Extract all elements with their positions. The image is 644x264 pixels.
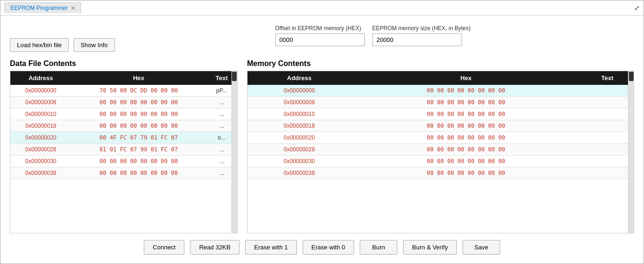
data-file-tbody: 0x00000000 70 50 00 0C DD 00 00 00 pP...… (10, 85, 237, 179)
erase-with-0-button[interactable]: Erase with 0 (303, 240, 355, 255)
address-cell: 0x00000018 (248, 120, 351, 132)
address-cell: 0x00000008 (10, 97, 71, 108)
hex-cell: 00 00 00 00 00 00 00 00 (351, 144, 581, 156)
data-file-col-hex: Hex (71, 71, 206, 85)
burn-and-verify-button[interactable]: Burn & Verify (403, 240, 457, 255)
text-cell (581, 167, 634, 179)
connect-button[interactable]: Connect (144, 240, 184, 255)
data-file-header-row: Address Hex Text (10, 71, 237, 85)
burn-button[interactable]: Burn (360, 240, 397, 255)
hex-cell: 70 50 00 0C DD 00 00 00 (71, 85, 206, 97)
text-cell (581, 156, 634, 167)
table-row[interactable]: 0x00000000 00 00 00 00 00 00 00 00 (248, 85, 634, 97)
text-cell (581, 108, 634, 120)
hex-cell: 00 00 00 00 00 00 00 00 (71, 167, 206, 179)
save-button[interactable]: Save (462, 240, 500, 255)
address-cell: 0x00000038 (10, 167, 71, 179)
offset-field-group: Offset in EEPROM memory (HEX) (275, 25, 365, 46)
memory-title: Memory Contents (247, 59, 634, 68)
memsize-label: EEPROM memory size (HEX, in Bytes) (372, 25, 471, 32)
memory-col-address: Address (248, 71, 351, 85)
hex-cell: 81 01 FC 07 99 01 FC 07 (71, 144, 206, 156)
memory-header-row: Address Hex Text (248, 71, 634, 85)
data-file-table: Address Hex Text 0x00000000 70 50 00 0C … (10, 71, 237, 179)
hex-cell: 00 00 00 00 00 00 00 00 (71, 120, 206, 132)
address-cell: 0x00000020 (248, 132, 351, 144)
load-button[interactable]: Load hex/bin file (10, 38, 69, 52)
app-tab[interactable]: EEPROM Programmer ✕ (4, 2, 81, 13)
text-cell (581, 97, 634, 108)
tab-close-icon[interactable]: ✕ (71, 5, 75, 11)
hex-cell: 00 00 00 00 00 00 00 00 (351, 108, 581, 120)
memory-table: Address Hex Text 0x00000000 00 00 00 00 … (248, 71, 634, 179)
text-cell (581, 132, 634, 144)
hex-cell: 00 00 00 00 00 00 00 00 (71, 108, 206, 120)
table-row[interactable]: 0x00000018 00 00 00 00 00 00 00 00 ... (10, 120, 237, 132)
hex-cell: 00 00 00 00 00 00 00 00 (351, 97, 581, 108)
table-row[interactable]: 0x00000020 00 00 00 00 00 00 00 00 (248, 132, 634, 144)
app-window: EEPROM Programmer ✕ ⤢ Load hex/bin file … (0, 0, 644, 264)
table-row[interactable]: 0x00000010 00 00 00 00 00 00 00 00 (248, 108, 634, 120)
table-row[interactable]: 0x00000030 00 00 00 00 00 00 00 00 ... (10, 156, 237, 167)
memsize-input[interactable] (372, 33, 462, 46)
address-cell: 0x00000000 (248, 85, 351, 97)
table-row[interactable]: 0x00000038 00 00 00 00 00 00 00 00 ... (10, 167, 237, 179)
data-file-col-address: Address (10, 71, 71, 85)
read-32kb-button[interactable]: Read 32KB (190, 240, 239, 255)
hex-cell: 00 00 00 00 00 00 00 00 (351, 85, 581, 97)
table-row[interactable]: 0x00000010 00 00 00 00 00 00 00 00 ... (10, 108, 237, 120)
hex-cell: 00 00 00 00 00 00 00 00 (351, 156, 581, 167)
bottom-bar: ConnectRead 32KBErase with 1Erase with 0… (10, 233, 634, 256)
memory-col-hex: Hex (351, 71, 581, 85)
memory-panel: Memory Contents Address Hex Text (247, 59, 634, 233)
hex-cell: 00 4F FC 07 79 01 FC 07 (71, 132, 206, 144)
expand-icon[interactable]: ⤢ (634, 4, 640, 12)
memory-table-wrapper: Address Hex Text 0x00000000 00 00 00 00 … (247, 71, 634, 233)
hex-cell: 00 00 00 00 00 00 00 00 (71, 156, 206, 167)
title-bar: EEPROM Programmer ✕ ⤢ (0, 0, 644, 16)
offset-section: Offset in EEPROM memory (HEX) EEPROM mem… (275, 25, 471, 46)
address-cell: 0x00000028 (248, 144, 351, 156)
address-cell: 0x00000030 (10, 156, 71, 167)
offset-label: Offset in EEPROM memory (HEX) (275, 25, 365, 32)
table-row[interactable]: 0x00000020 00 4F FC 07 79 01 FC 07 o... (10, 132, 237, 144)
address-cell: 0x00000018 (10, 120, 71, 132)
memsize-field-group: EEPROM memory size (HEX, in Bytes) (372, 25, 471, 46)
address-cell: 0x00000028 (10, 144, 71, 156)
hex-cell: 00 00 00 00 00 00 00 00 (71, 97, 206, 108)
memory-scrollbar[interactable] (628, 71, 634, 233)
top-controls: Load hex/bin file Show Info Offset in EE… (10, 25, 634, 52)
table-row[interactable]: 0x00000028 00 00 00 00 00 00 00 00 (248, 144, 634, 156)
erase-with-1-button[interactable]: Erase with 1 (245, 240, 297, 255)
address-cell: 0x00000010 (248, 108, 351, 120)
left-buttons: Load hex/bin file Show Info (10, 25, 115, 52)
memory-col-text: Text (581, 71, 634, 85)
show-info-button[interactable]: Show Info (74, 38, 115, 52)
table-row[interactable]: 0x00000038 00 00 00 00 00 00 00 00 (248, 167, 634, 179)
data-file-scrollbar[interactable] (231, 71, 237, 233)
table-row[interactable]: 0x00000000 70 50 00 0C DD 00 00 00 pP... (10, 85, 237, 97)
hex-cell: 00 00 00 00 00 00 00 00 (351, 132, 581, 144)
table-row[interactable]: 0x00000028 81 01 FC 07 99 01 FC 07 ... (10, 144, 237, 156)
table-row[interactable]: 0x00000030 00 00 00 00 00 00 00 00 (248, 156, 634, 167)
table-row[interactable]: 0x00000008 00 00 00 00 00 00 00 00 ... (10, 97, 237, 108)
text-cell (581, 85, 634, 97)
tab-label: EEPROM Programmer (10, 5, 68, 11)
hex-cell: 00 00 00 00 00 00 00 00 (351, 167, 581, 179)
address-cell: 0x00000008 (248, 97, 351, 108)
main-content: Load hex/bin file Show Info Offset in EE… (0, 16, 644, 264)
data-file-title: Data File Contents (10, 59, 238, 68)
table-row[interactable]: 0x00000008 00 00 00 00 00 00 00 00 (248, 97, 634, 108)
offset-input[interactable] (275, 33, 365, 46)
address-cell: 0x00000000 (10, 85, 71, 97)
memory-tbody: 0x00000000 00 00 00 00 00 00 00 00 0x000… (248, 85, 634, 179)
main-area: Data File Contents Address Hex Text (10, 59, 634, 233)
data-file-scrollbar-thumb[interactable] (232, 72, 237, 81)
address-cell: 0x00000030 (248, 156, 351, 167)
hex-cell: 00 00 00 00 00 00 00 00 (351, 120, 581, 132)
table-row[interactable]: 0x00000018 00 00 00 00 00 00 00 00 (248, 120, 634, 132)
memory-scrollbar-thumb[interactable] (629, 72, 634, 81)
data-file-panel: Data File Contents Address Hex Text (10, 59, 238, 233)
title-bar-right: ⤢ (634, 4, 640, 12)
address-cell: 0x00000020 (10, 132, 71, 144)
